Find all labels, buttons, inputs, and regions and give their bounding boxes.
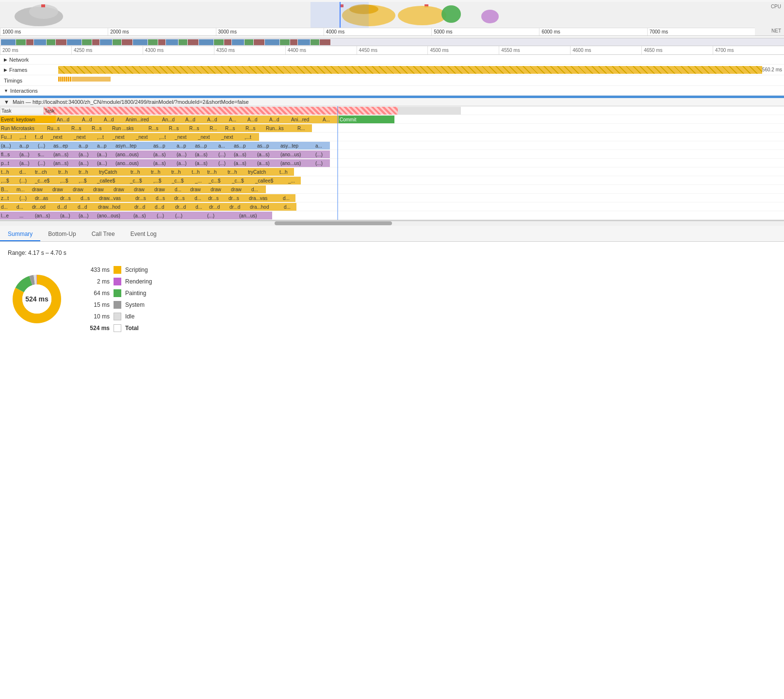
- flame-cell[interactable]: _c...$: [208, 177, 231, 184]
- flame-cell[interactable]: draw: [189, 185, 210, 193]
- flame-cell[interactable]: draw: [72, 185, 92, 193]
- flame-cell[interactable]: ,...t: [244, 133, 259, 141]
- flame-cell[interactable]: tr...h: [170, 168, 191, 176]
- flame-cell[interactable]: Commit: [339, 116, 394, 123]
- flame-cell[interactable]: a...p: [96, 142, 114, 150]
- frames-expand-icon[interactable]: ▶: [4, 67, 7, 72]
- flame-cell[interactable]: m...: [16, 185, 31, 193]
- flame-cell[interactable]: _c...$: [231, 177, 254, 184]
- flame-cell[interactable]: Event: keydown: [0, 116, 56, 123]
- horizontal-scrollbar[interactable]: [0, 221, 784, 226]
- flame-cell[interactable]: A...d: [184, 116, 206, 123]
- flame-cell[interactable]: d...: [16, 203, 31, 211]
- flame-cell[interactable]: dr...s: [207, 194, 228, 202]
- flame-cell[interactable]: d...d: [77, 203, 97, 211]
- flame-cell[interactable]: dr...s: [134, 194, 155, 202]
- flame-cell[interactable]: tr...h: [130, 168, 150, 176]
- flame-cell[interactable]: Run...ks: [265, 124, 296, 132]
- flame-cell[interactable]: tryCatch: [247, 168, 278, 176]
- flame-cell[interactable]: [446, 107, 461, 115]
- flame-cell[interactable]: t...h: [278, 168, 294, 176]
- flame-cell[interactable]: draw: [153, 185, 174, 193]
- flame-cell[interactable]: draw...vas: [98, 194, 134, 202]
- flame-cell[interactable]: (ano...us): [279, 150, 314, 158]
- flame-cell[interactable]: A...d: [103, 116, 125, 123]
- flame-cell[interactable]: [193, 212, 206, 219]
- flame-cell[interactable]: d...: [174, 185, 189, 193]
- flame-cell[interactable]: A...: [228, 116, 246, 123]
- flame-cell[interactable]: (...): [314, 150, 330, 158]
- flame-cell[interactable]: tr...h: [150, 168, 170, 176]
- flame-cell[interactable]: (ano...ous): [114, 150, 152, 158]
- frames-row[interactable]: ▶ Frames 560.2 ms: [0, 65, 784, 75]
- flame-cell[interactable]: dr...as: [34, 194, 59, 202]
- tab-call-tree[interactable]: Call Tree: [84, 228, 123, 241]
- flame-cell[interactable]: An...d: [161, 116, 184, 123]
- flame-cell[interactable]: a...: [217, 142, 233, 150]
- flame-cell[interactable]: dr...s: [59, 194, 80, 202]
- flame-cell[interactable]: (an...s): [52, 159, 78, 167]
- flame-cell[interactable]: f...d: [34, 133, 49, 141]
- flame-cell[interactable]: _...: [287, 177, 301, 184]
- flame-cell[interactable]: _next: [220, 133, 244, 141]
- flame-cell[interactable]: d...: [194, 194, 207, 202]
- flame-cell[interactable]: t...h: [191, 168, 206, 176]
- flame-cell[interactable]: d...d: [154, 203, 174, 211]
- flame-cell[interactable]: ,...$: [78, 177, 96, 184]
- flame-cell[interactable]: tr...h: [57, 168, 78, 176]
- flame-cell[interactable]: dr...od: [31, 203, 56, 211]
- flame-cell[interactable]: (...): [37, 159, 52, 167]
- flame-cell[interactable]: a...p: [78, 142, 96, 150]
- flame-cell[interactable]: (a...s): [194, 159, 217, 167]
- flame-cell[interactable]: ,...$: [152, 177, 171, 184]
- flame-cell[interactable]: _callee$: [254, 177, 287, 184]
- flame-cell[interactable]: draw: [92, 185, 113, 193]
- flame-cell[interactable]: (...): [174, 212, 193, 219]
- flame-cell[interactable]: asy...tep: [279, 142, 314, 150]
- flame-cell[interactable]: _next: [112, 133, 135, 141]
- flame-cell[interactable]: ,...t: [96, 133, 112, 141]
- flame-cell[interactable]: A...d: [81, 116, 103, 123]
- flame-cell[interactable]: draw: [210, 185, 230, 193]
- flame-cell[interactable]: (a...): [0, 142, 18, 150]
- flame-cell[interactable]: draw: [230, 185, 250, 193]
- flame-cell[interactable]: [225, 212, 238, 219]
- flame-cell[interactable]: _callee$: [96, 177, 129, 184]
- flame-cell[interactable]: asyn...tep: [114, 142, 152, 150]
- flame-cell[interactable]: draw: [133, 185, 153, 193]
- flame-cell[interactable]: (a...): [96, 150, 114, 158]
- flame-cell[interactable]: d...: [0, 203, 16, 211]
- flame-cell[interactable]: a...p: [176, 142, 194, 150]
- main-thread-expand-icon[interactable]: ▼: [4, 99, 9, 105]
- flame-cell[interactable]: _next: [73, 133, 96, 141]
- flame-cell[interactable]: (an...s): [34, 212, 59, 219]
- flame-cell[interactable]: Run ...sks: [111, 124, 147, 132]
- flame-cell[interactable]: (a...s): [132, 212, 156, 219]
- flame-cell[interactable]: ,...t: [18, 133, 34, 141]
- flame-cell[interactable]: d...: [250, 185, 266, 193]
- flame-cell[interactable]: ,...$: [0, 177, 18, 184]
- flame-cell[interactable]: _c...e$: [34, 177, 59, 184]
- flame-cell[interactable]: (a...s): [256, 159, 279, 167]
- tab-event-log[interactable]: Event Log: [123, 228, 164, 241]
- flame-cell[interactable]: as...p: [152, 142, 176, 150]
- flame-cell[interactable]: Ani...red: [290, 116, 322, 123]
- flame-cell[interactable]: A...d: [268, 116, 290, 123]
- interactions-expand-icon[interactable]: ▼: [4, 88, 8, 93]
- flame-cell[interactable]: d...s: [155, 194, 173, 202]
- flame-cell[interactable]: dra...hod: [249, 203, 283, 211]
- flame-cell[interactable]: as...ep: [52, 142, 78, 150]
- flame-cell[interactable]: (a...): [59, 212, 78, 219]
- flame-cell[interactable]: R...s: [147, 124, 168, 132]
- flame-cell[interactable]: d...: [282, 194, 295, 202]
- flame-cell[interactable]: (an...s): [52, 150, 78, 158]
- flame-cell[interactable]: (a...s): [256, 150, 279, 158]
- flame-cell[interactable]: a...: [314, 142, 330, 150]
- tab-summary[interactable]: Summary: [0, 228, 40, 241]
- flame-cell[interactable]: as...p: [256, 142, 279, 150]
- flame-cell[interactable]: Task: [0, 107, 44, 115]
- flame-cell[interactable]: (ano...ous): [114, 159, 152, 167]
- flame-cell[interactable]: (a...): [18, 150, 37, 158]
- flame-cell[interactable]: (...): [206, 212, 225, 219]
- flame-cell[interactable]: a...p: [18, 142, 37, 150]
